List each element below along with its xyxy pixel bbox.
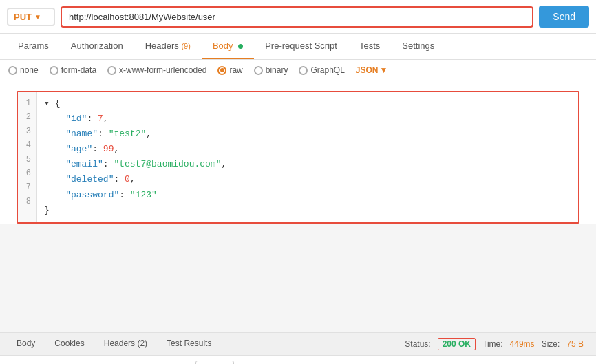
tab-body[interactable]: Body <box>202 34 254 59</box>
radio-graphql-circle <box>299 66 308 75</box>
radio-form-data[interactable]: form-data <box>50 65 96 75</box>
json-format-label: JSON <box>356 65 379 75</box>
pretty-button[interactable]: Pretty <box>7 360 45 364</box>
time-value: 449ms <box>510 339 535 349</box>
method-chevron-icon: ▼ <box>34 13 41 21</box>
code-line-8: } <box>44 203 571 218</box>
tab-tests[interactable]: Tests <box>348 34 391 59</box>
radio-raw-label: raw <box>229 65 242 75</box>
radio-binary-label: binary <box>266 65 288 75</box>
text-format-dropdown[interactable]: Text ▼ <box>195 361 234 364</box>
body-active-dot <box>238 44 243 49</box>
method-label: PUT <box>14 12 32 22</box>
code-line-6: "deleted": 0, <box>44 172 571 187</box>
bottom-section: Body Cookies Headers (2) Test Results St… <box>0 332 596 364</box>
bottom-tab-cookies[interactable]: Cookies <box>45 333 94 355</box>
request-tabs: Params Authorization Headers (9) Body Pr… <box>0 34 596 60</box>
empty-space <box>0 231 596 332</box>
url-bar: PUT ▼ Send <box>0 0 596 34</box>
response-toolbar: Pretty Raw Preview Visualize Text ▼ ⇌ <box>0 356 596 364</box>
radio-urlencoded-label: x-www-form-urlencoded <box>119 65 206 75</box>
line-numbers: 1 2 3 4 5 6 7 8 <box>18 92 37 222</box>
status-info: Status: 200 OK Time: 449ms Size: 75 B <box>405 338 589 350</box>
tab-authorization[interactable]: Authorization <box>60 34 134 59</box>
json-format-chevron-icon: ▼ <box>380 65 388 75</box>
code-line-3: "name": "test2", <box>44 127 571 142</box>
json-format-dropdown[interactable]: JSON ▼ <box>356 65 388 75</box>
code-line-2: "id": 7, <box>44 111 571 127</box>
visualize-button[interactable]: Visualize <box>140 360 190 364</box>
raw-button[interactable]: Raw <box>50 360 83 364</box>
method-select[interactable]: PUT ▼ <box>7 8 55 26</box>
url-input[interactable] <box>61 6 533 28</box>
tab-headers[interactable]: Headers (9) <box>134 34 202 59</box>
size-label: Size: <box>542 339 560 349</box>
response-tab-nav: Body Cookies Headers (2) Test Results St… <box>0 333 596 356</box>
radio-none-circle <box>8 66 17 75</box>
radio-raw[interactable]: raw <box>217 65 242 75</box>
bottom-tab-headers[interactable]: Headers (2) <box>94 333 157 355</box>
code-line-1: ▾ { <box>44 96 571 111</box>
code-line-4: "age": 99, <box>44 142 571 157</box>
time-label: Time: <box>482 339 503 349</box>
tab-pre-request[interactable]: Pre-request Script <box>254 34 348 59</box>
radio-none[interactable]: none <box>8 65 39 75</box>
status-code: 200 OK <box>438 338 476 350</box>
radio-raw-circle <box>217 66 226 75</box>
radio-binary[interactable]: binary <box>254 65 288 75</box>
radio-form-data-label: form-data <box>61 65 96 75</box>
radio-none-label: none <box>20 65 39 75</box>
radio-urlencoded[interactable]: x-www-form-urlencoded <box>107 65 206 75</box>
wrap-button[interactable]: ⇌ <box>240 360 257 364</box>
bottom-tab-body[interactable]: Body <box>7 333 45 355</box>
tab-headers-label: Headers <box>145 41 179 51</box>
radio-graphql-label: GraphQL <box>310 65 344 75</box>
radio-form-data-circle <box>50 66 58 75</box>
tab-body-label: Body <box>213 41 233 51</box>
code-content[interactable]: ▾ { "id": 7, "name": "test2", "age": 99,… <box>37 92 578 222</box>
preview-button[interactable]: Preview <box>89 360 135 364</box>
size-value: 75 B <box>566 339 584 349</box>
radio-binary-circle <box>254 66 263 75</box>
body-type-bar: none form-data x-www-form-urlencoded raw… <box>0 60 596 81</box>
code-line-7: "password": "123" <box>44 188 571 203</box>
radio-graphql[interactable]: GraphQL <box>299 65 344 75</box>
tab-headers-badge: (9) <box>181 42 190 50</box>
code-line-5: "email": "test7@baomidou.com", <box>44 157 571 172</box>
bottom-tab-testresults[interactable]: Test Results <box>157 333 221 355</box>
radio-urlencoded-circle <box>107 66 116 75</box>
code-editor[interactable]: 1 2 3 4 5 6 7 8 ▾ { "id": 7, "name": "te… <box>17 91 579 224</box>
send-button[interactable]: Send <box>539 6 589 28</box>
tab-settings[interactable]: Settings <box>391 34 445 59</box>
tab-params[interactable]: Params <box>7 34 60 59</box>
status-label: Status: <box>405 339 430 349</box>
